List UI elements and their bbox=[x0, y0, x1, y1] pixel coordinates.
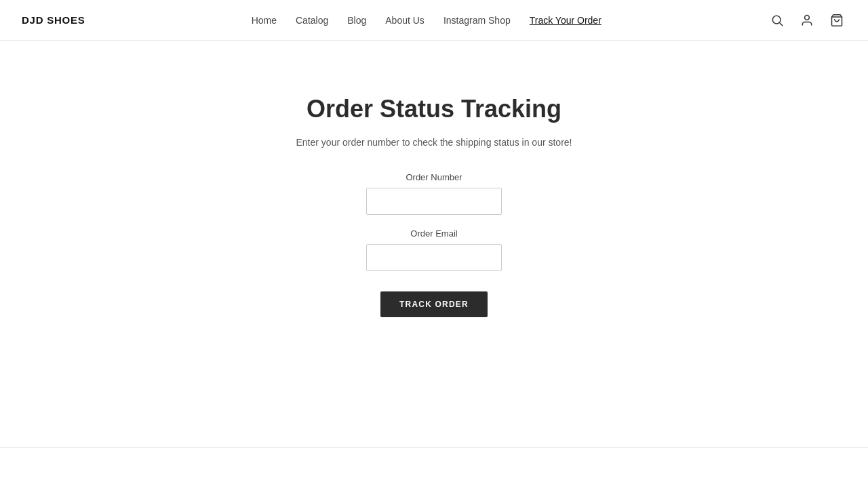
user-button[interactable] bbox=[797, 11, 816, 30]
nav-about-us[interactable]: About Us bbox=[385, 15, 425, 26]
nav-blog[interactable]: Blog bbox=[347, 15, 366, 26]
nav-track-order[interactable]: Track Your Order bbox=[530, 15, 601, 26]
svg-point-2 bbox=[805, 15, 810, 20]
order-number-label: Order Number bbox=[406, 172, 462, 182]
search-button[interactable] bbox=[768, 11, 787, 30]
site-footer bbox=[0, 447, 868, 488]
svg-point-0 bbox=[772, 16, 781, 24]
order-email-label: Order Email bbox=[410, 228, 457, 239]
order-number-input[interactable] bbox=[366, 188, 502, 215]
user-icon bbox=[800, 14, 814, 27]
main-nav: Home Catalog Blog About Us Instagram Sho… bbox=[252, 15, 601, 26]
search-icon bbox=[770, 14, 784, 27]
header-icons bbox=[768, 11, 846, 30]
site-logo: DJD SHOES bbox=[22, 14, 85, 26]
site-header: DJD SHOES Home Catalog Blog About Us Ins… bbox=[0, 0, 868, 41]
nav-instagram-shop[interactable]: Instagram Shop bbox=[443, 15, 511, 26]
order-email-input[interactable] bbox=[366, 244, 502, 271]
page-subtitle: Enter your order number to check the shi… bbox=[296, 137, 572, 148]
track-order-button[interactable]: TRACK ORDER bbox=[380, 291, 488, 317]
page-title: Order Status Tracking bbox=[307, 95, 561, 123]
nav-home[interactable]: Home bbox=[252, 15, 277, 26]
cart-button[interactable] bbox=[827, 11, 846, 30]
main-content: Order Status Tracking Enter your order n… bbox=[0, 41, 868, 447]
order-email-group: Order Email bbox=[359, 228, 509, 271]
nav-catalog[interactable]: Catalog bbox=[296, 15, 328, 26]
order-number-group: Order Number bbox=[359, 172, 509, 215]
svg-line-1 bbox=[780, 22, 783, 26]
cart-icon bbox=[830, 14, 844, 27]
